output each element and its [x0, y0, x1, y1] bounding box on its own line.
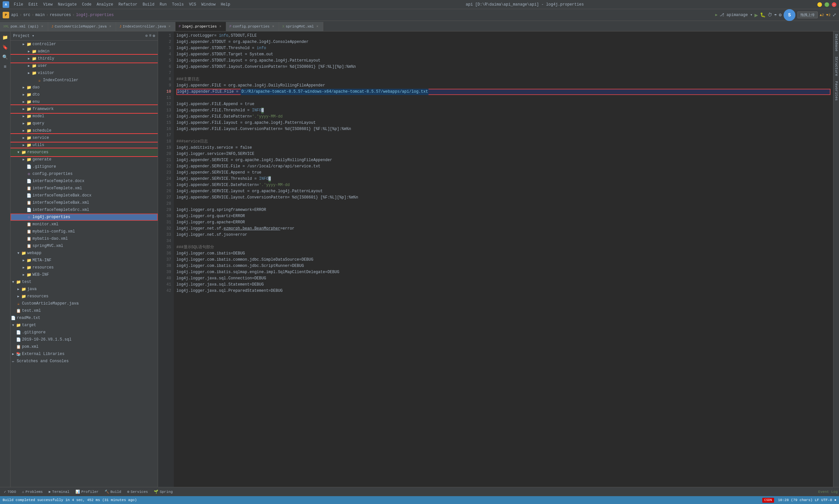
upload-btn[interactable]: 拖拽上传 [798, 12, 818, 18]
maximize-button[interactable]: □ [825, 2, 829, 7]
menu-refactor[interactable]: Refactor [116, 2, 139, 7]
tree-item-monitor-xml[interactable]: 📋 monitor.xml [11, 221, 158, 228]
menu-code[interactable]: Code [80, 2, 93, 7]
bookmarks-btn[interactable]: 🔖 [1, 42, 10, 52]
tree-item-user[interactable]: ▶ 📁 user [11, 62, 158, 69]
breadcrumb-resources[interactable]: resources [50, 13, 71, 17]
tree-item-test[interactable]: ▼ 📁 test [11, 278, 158, 286]
tab-pom-xml[interactable]: XML pom.xml (api) × [0, 22, 48, 31]
tree-item-utils[interactable]: ▶ 📁 utils [11, 142, 158, 149]
menu-analyze[interactable]: Analyze [95, 2, 115, 7]
tab-config[interactable]: P config.properties × [226, 22, 279, 31]
structure-panel-btn[interactable]: Structure [834, 54, 839, 78]
profile-btn[interactable]: ⏱ [768, 13, 772, 18]
tree-item-config[interactable]: ⚙ config.properties [11, 170, 158, 178]
tree-item-springmvc-tree[interactable]: 📋 springMVC.xml [11, 242, 158, 250]
tree-item-mybatis-dao[interactable]: 📋 mybatis-dao.xml [11, 235, 158, 242]
tree-item-scratches[interactable]: ✏ Scratches and Consoles [11, 358, 158, 365]
coverage-btn[interactable]: ☂ [774, 12, 777, 18]
tree-item-meta-inf[interactable]: ▶ 📁 META-INF [11, 257, 158, 264]
tab-springmvc-close[interactable]: × [315, 24, 320, 29]
tree-item-log4j-selected[interactable]: ⚙ log4j.properties [11, 214, 158, 221]
tree-item-query[interactable]: ▶ 📁 query [11, 120, 158, 127]
tree-item-thirdly[interactable]: ▶ 📁 thirdly [11, 55, 158, 62]
tree-item-sql[interactable]: 📄 2019-10-26.V8.1.5.sql [11, 336, 158, 343]
tab-log4j[interactable]: P log4j.properties × [175, 22, 226, 31]
tree-item-interfacebak-docx[interactable]: 📄 interfaceTempleteBak.docx [11, 192, 158, 199]
tree-collapse-btn[interactable]: ≡ [149, 33, 152, 38]
tool-services[interactable]: ⚙ Services [124, 488, 151, 496]
tree-item-admin[interactable]: ▶ 📁 admin [11, 48, 158, 55]
menu-run[interactable]: Run [158, 2, 169, 7]
tree-item-webapp[interactable]: ▼ 📁 webapp [11, 250, 158, 257]
menu-file[interactable]: File [12, 2, 25, 7]
tab-custommapper[interactable]: J CustomArticleMapper.java × [48, 22, 116, 31]
tab-indexcontroller-close[interactable]: × [167, 24, 172, 29]
find-btn[interactable]: 🔍 [1, 52, 10, 61]
breadcrumb-src[interactable]: src [23, 13, 31, 17]
menu-edit[interactable]: Edit [27, 2, 40, 7]
project-view-btn[interactable]: 📁 [1, 33, 10, 42]
tree-item-dto[interactable]: ▶ 📁 dto [11, 91, 158, 98]
tree-item-enu[interactable]: ▶ 📁 enu [11, 98, 158, 105]
tab-springmvc[interactable]: X springMVC.xml × [279, 22, 323, 31]
minimize-button[interactable]: — [817, 2, 822, 7]
breadcrumb-file[interactable]: log4j.properties [76, 13, 114, 17]
tree-item-interface-docx[interactable]: 📄 interfaceTemplete.docx [11, 178, 158, 185]
breadcrumb-main[interactable]: main [35, 13, 45, 17]
menu-help[interactable]: Help [219, 2, 232, 7]
tree-item-target-gitignore[interactable]: 📄 .gitignore [11, 329, 158, 336]
code-editor[interactable]: log4j.rootLogger = info,STDOUT,FILE log4… [174, 32, 833, 487]
debug-btn[interactable]: 🐛 [760, 12, 766, 18]
tree-scope-btn[interactable]: ⊙ [145, 33, 148, 38]
breadcrumb-api[interactable]: api [11, 13, 18, 17]
tool-build[interactable]: 🔨 Build [102, 488, 124, 496]
tool-terminal[interactable]: ▶ Terminal [46, 488, 72, 496]
favorites-panel-btn[interactable]: Favorites [834, 78, 839, 103]
tab-config-close[interactable]: × [271, 24, 275, 29]
close-button[interactable]: ✕ [832, 2, 836, 7]
run-icon[interactable]: ▶ [715, 13, 718, 17]
tree-item-interfacesrc-xml[interactable]: 📄 interfaceTempleteSrc.xml [11, 206, 158, 214]
tree-options-btn[interactable]: ⚙ [153, 33, 155, 38]
menu-navigate[interactable]: Navigate [56, 2, 79, 7]
tree-item-ext-libs[interactable]: ▶ 📚 External Libraries [11, 350, 158, 358]
tree-item-test-resources[interactable]: ▶ 📁 resources [11, 293, 158, 300]
menu-view[interactable]: View [41, 2, 55, 7]
tree-item-dao[interactable]: ▶ 📁 dao [11, 84, 158, 91]
tree-item-resources-main[interactable]: ▼ 📁 resources [11, 149, 158, 156]
tree-item-generate[interactable]: ▶ 📁 generate [11, 156, 158, 163]
tool-profiler[interactable]: 📊 Profiler [73, 488, 101, 496]
expand-btn[interactable]: ⤢ [833, 12, 836, 18]
settings-btn[interactable]: ⚙ [779, 12, 782, 18]
tree-item-target[interactable]: ▼ 📁 target [11, 322, 158, 329]
editor-content[interactable]: 12345 6789 10 1112131415 1617181920 2122… [158, 32, 833, 487]
tab-indexcontroller[interactable]: J IndexController.java × [116, 22, 175, 31]
tool-todo[interactable]: ✓ TODO [1, 488, 19, 496]
tree-item-test-xml[interactable]: 📋 test.xml [11, 307, 158, 314]
branch-selector[interactable]: ⎇ apimanage ▾ [720, 13, 752, 17]
tree-item-interfacebak-xml[interactable]: 📋 interfaceTempleteBak.xml [11, 199, 158, 206]
menu-window[interactable]: Window [199, 2, 217, 7]
tool-problems[interactable]: ⚠ Problems [19, 488, 45, 496]
run-btn[interactable]: ▶ [754, 12, 758, 19]
tree-item-framework[interactable]: ▶ 📁 framework [11, 105, 158, 113]
tree-item-custommapper[interactable]: ☕ CustomArticleMapper.java [11, 300, 158, 307]
tree-item-indexcontroller[interactable]: ☕ IndexController [11, 77, 158, 84]
tab-pom-close[interactable]: × [40, 24, 45, 29]
user-avatar[interactable]: S [784, 9, 795, 21]
tab-log4j-close[interactable]: × [218, 24, 223, 29]
tool-spring[interactable]: 🌱 Spring [151, 488, 175, 496]
tree-item-controller[interactable]: ▶ 📁 controller [11, 41, 158, 48]
structure-btn[interactable]: ≡ [1, 62, 10, 71]
tree-item-interface-xml[interactable]: 📋 interfaceTemplete.xml [11, 185, 158, 192]
menu-build[interactable]: Build [141, 2, 156, 7]
tree-item-service[interactable]: ▶ 📁 service [11, 134, 158, 142]
tree-item-model[interactable]: ▶ 📁 model [11, 113, 158, 120]
event-log-btn[interactable]: Event Log [818, 490, 838, 494]
tree-item-schedule[interactable]: ▶ 📁 schedule [11, 127, 158, 134]
tab-custommapper-close[interactable]: × [108, 24, 113, 29]
tree-item-webapp-resources[interactable]: ▶ 📁 resources [11, 264, 158, 271]
tree-item-mybatis-config[interactable]: 📋 mybatis-config.xml [11, 228, 158, 235]
database-panel-btn[interactable]: Database [834, 32, 839, 54]
